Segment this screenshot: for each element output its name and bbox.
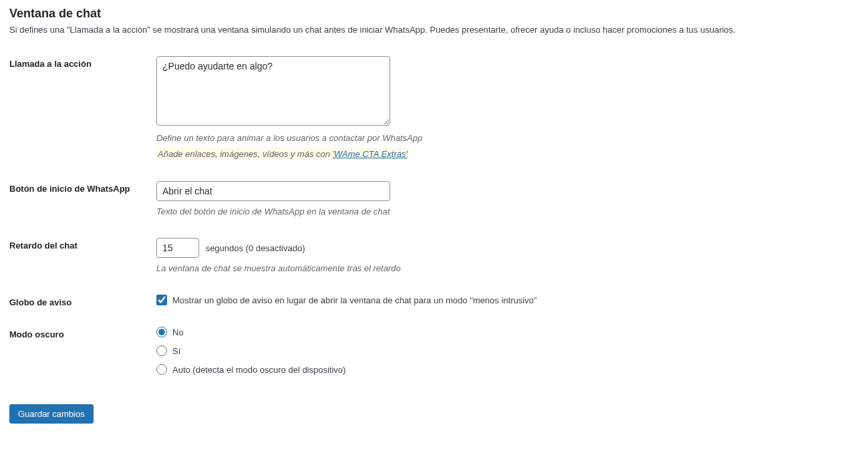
delay-number-input[interactable] (156, 238, 199, 258)
settings-form-table: Llamada a la acción ¿Puedo ayudarte en a… (9, 52, 859, 392)
cta-extras-note: Añade enlaces, imágenes, vídeos y más co… (156, 148, 409, 160)
cta-textarea[interactable]: ¿Puedo ayudarte en algo? (156, 56, 390, 126)
cta-extras-link[interactable]: 'WAme CTA Extras' (333, 149, 408, 159)
save-button[interactable]: Guardar cambios (9, 404, 94, 424)
darkmode-radio-auto[interactable] (156, 364, 167, 375)
cta-description: Define un texto para animar a los usuari… (156, 133, 852, 143)
section-title: Ventana de chat (9, 7, 859, 21)
button-text-input[interactable] (156, 181, 390, 201)
badge-checkbox-label: Mostrar un globo de aviso en lugar de ab… (172, 295, 537, 305)
cta-label: Llamada a la acción (9, 52, 156, 177)
button-label: Botón de inicio de WhatsApp (9, 177, 156, 234)
cta-extras-prefix: Añade enlaces, imágenes, vídeos y más co… (158, 149, 333, 159)
darkmode-radio-no[interactable] (156, 327, 167, 337)
section-description: Si defines una "Llamada a la acción" se … (9, 25, 859, 35)
badge-label: Globo de aviso (9, 291, 156, 323)
darkmode-no-label: No (172, 327, 184, 337)
button-description: Texto del botón de inicio de WhatsApp en… (156, 206, 852, 216)
darkmode-auto-label: Auto (detecta el modo oscuro del disposi… (172, 365, 345, 375)
delay-label: Retardo del chat (9, 234, 156, 291)
delay-description: La ventana de chat se muestra automática… (156, 263, 852, 273)
darkmode-yes-label: Sí (172, 346, 180, 356)
delay-suffix: segundos (0 desactivado) (206, 243, 305, 253)
darkmode-radio-yes[interactable] (156, 345, 167, 356)
badge-checkbox[interactable] (156, 295, 167, 305)
darkmode-label: Modo oscuro (9, 323, 156, 392)
darkmode-radio-group: No Sí Auto (detecta el modo oscuro del d… (156, 327, 852, 375)
